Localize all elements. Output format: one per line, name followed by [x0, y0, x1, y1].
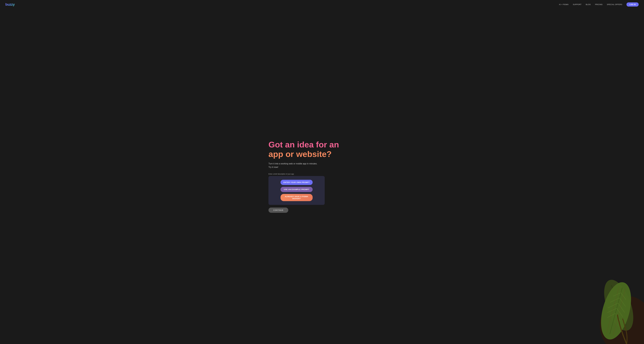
- nav-link-support[interactable]: SUPPORT: [573, 3, 582, 5]
- nav-link-blog[interactable]: BLOG: [586, 3, 591, 5]
- figma-design-button[interactable]: ALREADY HAVE A FIGMA DESIGN?: [280, 194, 313, 201]
- input-label: Enter a brief description of your app: [268, 173, 294, 175]
- use-example-prompt-button[interactable]: USE AN EXAMPLE PROMPT: [280, 187, 313, 192]
- enter-own-prompt-button[interactable]: ENTER YOUR OWN PROMPT: [280, 180, 313, 185]
- hero-title-line1: Got an idea for an: [268, 140, 339, 149]
- continue-button[interactable]: CONTINUE: [268, 207, 288, 213]
- nav-links: AI + FIGMA SUPPORT BLOG PRICING SPECIAL …: [559, 2, 639, 6]
- hero-title-line2: app or website?: [268, 150, 332, 159]
- hero-title: Got an idea for an app or website?: [268, 140, 339, 159]
- nav-link-pricing[interactable]: PRICING: [595, 3, 602, 5]
- navbar: buzzy AI + FIGMA SUPPORT BLOG PRICING SP…: [0, 0, 644, 9]
- login-button[interactable]: LOG IN: [626, 2, 639, 6]
- nav-link-ai-figma[interactable]: AI + FIGMA: [559, 3, 568, 5]
- nav-link-special-offers[interactable]: SPECIAL OFFERS: [607, 3, 622, 5]
- content-wrapper: Got an idea for an app or website? Turn …: [268, 140, 362, 213]
- brand-logo[interactable]: buzzy: [5, 2, 15, 6]
- hero-subtitle: Turn it into a working web or mobile app…: [268, 162, 319, 169]
- main-content: Got an idea for an app or website? Turn …: [0, 9, 644, 344]
- prompt-box: ENTER YOUR OWN PROMPT USE AN EXAMPLE PRO…: [268, 176, 325, 205]
